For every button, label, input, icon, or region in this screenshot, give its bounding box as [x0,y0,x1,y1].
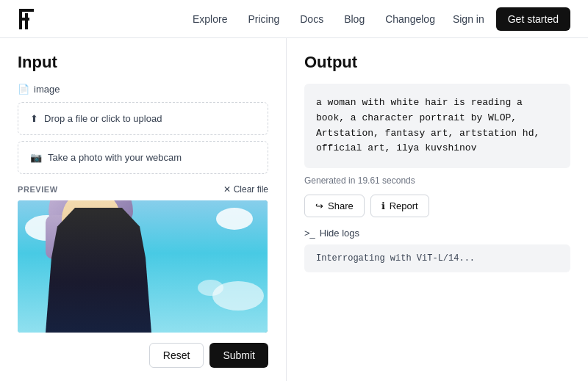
output-panel: Output a woman with white hair is readin… [287,38,588,381]
preview-header: PREVIEW ✕ Clear file [18,184,268,195]
preview-image [18,200,268,333]
image-label: 📄 image [18,84,268,95]
nav-changelog[interactable]: Changelog [385,13,435,25]
logo[interactable] [18,7,41,31]
generated-time: Generated in 19.61 seconds [304,175,570,186]
get-started-button[interactable]: Get started [496,7,570,31]
action-buttons: Reset Submit [18,343,268,368]
upload-icon: ⬆ [30,113,38,124]
output-actions: ↪ Share ℹ Report [304,195,570,217]
main-content: Input 📄 image ⬆ Drop a file or click to … [0,38,588,381]
terminal-icon: >_ [304,228,315,239]
nav-explore[interactable]: Explore [193,13,227,25]
nav-docs[interactable]: Docs [300,13,323,25]
logs-text: Interrogating with ViT-L/14... [316,253,475,264]
nav-links: Explore Pricing Docs Blog Changelog [193,13,435,25]
reset-button[interactable]: Reset [149,343,204,368]
file-upload-area[interactable]: ⬆ Drop a file or click to upload [18,102,268,135]
report-icon: ℹ [381,200,385,211]
svg-rect-3 [25,13,28,29]
clear-file-button[interactable]: ✕ Clear file [223,184,268,195]
nav-blog[interactable]: Blog [344,13,365,25]
hide-logs-button[interactable]: >_ Hide logs [304,228,359,239]
navbar: Explore Pricing Docs Blog Changelog Sign… [0,0,588,38]
signin-link[interactable]: Sign in [453,13,484,25]
share-icon: ↪ [315,200,323,211]
output-text-box: a woman with white hair is reading a boo… [304,84,570,168]
report-button[interactable]: ℹ Report [370,195,429,217]
preview-label: PREVIEW [18,185,58,194]
nav-pricing[interactable]: Pricing [248,13,279,25]
output-text: a woman with white hair is reading a boo… [316,97,539,153]
share-button[interactable]: ↪ Share [304,195,365,217]
input-panel: Input 📄 image ⬆ Drop a file or click to … [0,38,287,381]
input-title: Input [18,53,268,72]
output-title: Output [304,53,570,72]
svg-rect-1 [19,9,34,12]
submit-button[interactable]: Submit [209,343,268,368]
file-icon: 📄 [18,84,29,95]
camera-icon: 📷 [30,152,42,163]
x-icon: ✕ [223,184,231,195]
webcam-area[interactable]: 📷 Take a photo with your webcam [18,141,268,174]
logs-box: Interrogating with ViT-L/14... [304,244,570,272]
